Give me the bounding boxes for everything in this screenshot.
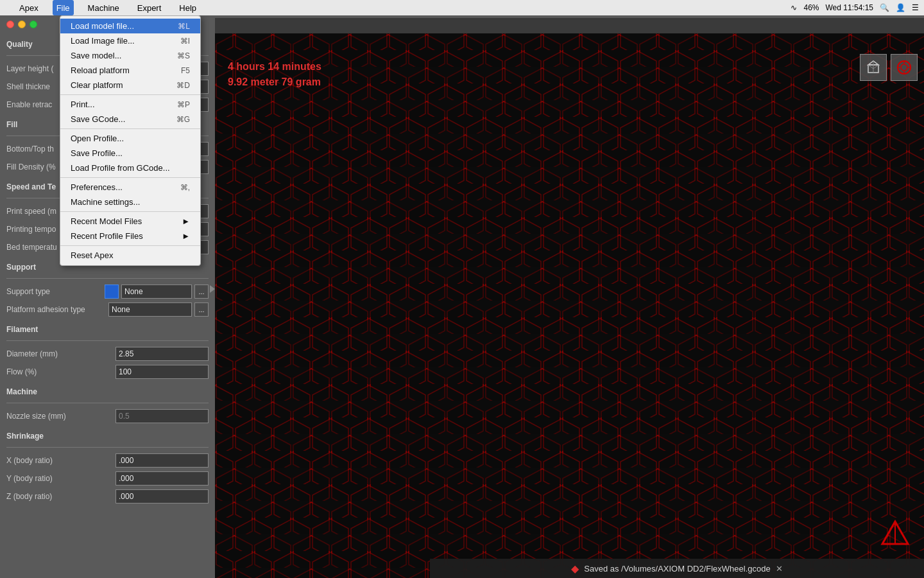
- support-type-input[interactable]: [121, 285, 192, 299]
- menu-save-gcode-shortcut: ⌘G: [176, 115, 190, 124]
- platform-adhesion-select[interactable]: None Brim Raft: [108, 302, 192, 317]
- print-material: 9.92 meter 79 gram: [228, 74, 321, 90]
- menu-save-model[interactable]: Save model... ⌘S: [60, 48, 200, 63]
- menu-load-image-shortcut: ⌘I: [180, 37, 190, 46]
- menu-preferences-label: Preferences...: [71, 182, 123, 192]
- svg-line-9: [868, 65, 873, 69]
- menu-reload-label: Reload platform: [71, 66, 130, 75]
- filament-divider: [6, 340, 209, 341]
- shrinkage-header: Shrinkage: [0, 428, 215, 443]
- wifi-icon: ∿: [791, 3, 797, 12]
- menu-preferences[interactable]: Preferences... ⌘,: [60, 180, 200, 195]
- z-ratio-label: Z (body ratio): [6, 492, 113, 501]
- maximize-button[interactable]: [30, 21, 37, 28]
- menu-recent-models[interactable]: Recent Model Files ►: [60, 214, 200, 229]
- menu-recent-profiles[interactable]: Recent Profile Files ►: [60, 229, 200, 243]
- menu-clear-label: Clear platform: [71, 80, 123, 90]
- support-type-button[interactable]: ...: [194, 285, 209, 299]
- machine-divider: [6, 403, 209, 403]
- flow-label: Flow (%): [6, 367, 113, 376]
- support-type-label: Support type: [6, 287, 102, 296]
- menu-open-profile[interactable]: Open Profile...: [60, 131, 200, 146]
- menu-sep-3: [60, 177, 200, 178]
- flow-input[interactable]: [116, 365, 209, 379]
- menu-print[interactable]: Print... ⌘P: [60, 97, 200, 112]
- filament-header: Filament: [0, 321, 215, 337]
- svg-rect-5: [215, 33, 924, 578]
- nozzle-size-label: Nozzle size (mm): [6, 412, 113, 421]
- menu-recent-profiles-label: Recent Profile Files: [71, 231, 143, 241]
- menu-load-model-label: Load model file...: [71, 21, 134, 31]
- menu-recent-models-label: Recent Model Files: [71, 216, 142, 226]
- menu-reset-apex[interactable]: Reset Apex: [60, 248, 200, 263]
- platform-adhesion-button[interactable]: ...: [194, 302, 209, 317]
- apex-logo-svg: [879, 518, 911, 550]
- menu-save-gcode[interactable]: Save GCode... ⌘G: [60, 112, 200, 127]
- diameter-label: Diameter (mm): [6, 349, 113, 358]
- menu-save-profile[interactable]: Save Profile...: [60, 146, 200, 161]
- battery-status: 46%: [803, 3, 819, 12]
- x-ratio-input[interactable]: [116, 453, 209, 468]
- toolbar-icons: [860, 54, 918, 81]
- recent-models-arrow-icon: ►: [182, 216, 190, 226]
- search-icon[interactable]: 🔍: [880, 3, 889, 12]
- menu-sep-5: [60, 245, 200, 246]
- hex-grid-canvas: [215, 33, 924, 578]
- menu-sep-4: [60, 211, 200, 212]
- minimize-button[interactable]: [18, 21, 26, 28]
- menu-load-model-shortcut: ⌘L: [178, 22, 190, 31]
- z-ratio-input[interactable]: [116, 489, 209, 504]
- machine-header: Machine: [0, 383, 215, 399]
- menubar-right: ∿ 46% Wed 11:54:15 🔍 👤 ☰: [791, 3, 919, 12]
- menu-print-label: Print...: [71, 100, 95, 109]
- menubar-apex[interactable]: Apex: [15, 0, 42, 15]
- print-info: 4 hours 14 minutes 9.92 meter 79 gram: [228, 59, 321, 90]
- x-ratio-label: X (body ratio): [6, 456, 113, 465]
- menu-preferences-shortcut: ⌘,: [180, 183, 190, 192]
- status-icon-2[interactable]: ✕: [776, 564, 783, 574]
- shrinkage-divider: [6, 447, 209, 448]
- menu-machine-settings[interactable]: Machine settings...: [60, 195, 200, 209]
- resize-handle[interactable]: [215, 0, 218, 578]
- y-ratio-input[interactable]: [116, 471, 209, 486]
- menubar: Apex File Machine Expert Help ∿ 46% Wed …: [0, 0, 924, 15]
- view-icon-1[interactable]: [860, 54, 887, 81]
- menu-icon: ☰: [912, 3, 919, 12]
- menu-load-image-label: Load Image file...: [71, 36, 135, 46]
- menu-load-model[interactable]: Load model file... ⌘L: [60, 19, 200, 33]
- menu-clear-shortcut: ⌘D: [176, 81, 190, 90]
- menubar-file[interactable]: File: [53, 0, 74, 15]
- print-time: 4 hours 14 minutes: [228, 59, 321, 74]
- menu-sep-2: [60, 128, 200, 129]
- support-type-indicator[interactable]: [105, 285, 119, 299]
- nozzle-size-input: [116, 409, 209, 423]
- close-button[interactable]: [6, 21, 14, 28]
- view-icon-2[interactable]: [891, 54, 918, 81]
- menu-clear-platform[interactable]: Clear platform ⌘D: [60, 78, 200, 92]
- platform-adhesion-row: Platform adhesion type None Brim Raft ..…: [0, 301, 215, 319]
- apex-logo: [879, 518, 911, 552]
- y-ratio-row: Y (body ratio): [0, 469, 215, 487]
- nozzle-size-row: Nozzle size (mm): [0, 407, 215, 425]
- recent-profiles-arrow-icon: ►: [182, 231, 190, 241]
- diameter-input[interactable]: [116, 347, 209, 361]
- menu-reload-platform[interactable]: Reload platform F5: [60, 63, 200, 78]
- status-bar: ◆ Saved as /Volumes/AXIOM DD2/FlexWheel.…: [430, 559, 924, 578]
- menubar-help[interactable]: Help: [175, 0, 200, 15]
- main-3d-view[interactable]: 4 hours 14 minutes 9.92 meter 79 gram: [215, 33, 924, 578]
- menu-load-profile-gcode[interactable]: Load Profile from GCode...: [60, 161, 200, 175]
- x-ratio-row: X (body ratio): [0, 451, 215, 469]
- menu-reset-apex-label: Reset Apex: [71, 250, 114, 260]
- resize-triangle-icon[interactable]: [210, 285, 215, 293]
- menu-load-image[interactable]: Load Image file... ⌘I: [60, 33, 200, 48]
- support-divider: [6, 278, 209, 279]
- menubar-machine[interactable]: Machine: [84, 0, 123, 15]
- menu-save-gcode-label: Save GCode...: [71, 114, 125, 124]
- status-text: Saved as /Volumes/AXIOM DD2/FlexWheel.gc…: [584, 564, 770, 574]
- user-icon: 👤: [896, 3, 905, 12]
- diameter-row: Diameter (mm): [0, 345, 215, 363]
- menubar-expert[interactable]: Expert: [133, 0, 166, 15]
- menu-reload-shortcut: F5: [181, 66, 190, 75]
- menu-save-model-label: Save model...: [71, 51, 122, 60]
- file-dropdown-menu: Load model file... ⌘L Load Image file...…: [60, 15, 201, 266]
